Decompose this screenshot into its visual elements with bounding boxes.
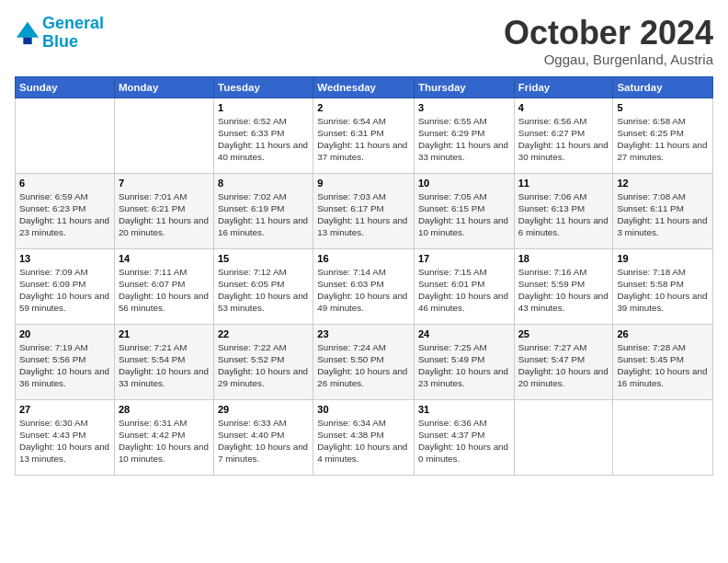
day-number: 7 bbox=[119, 178, 210, 189]
calendar-cell: 21Sunrise: 7:21 AMSunset: 5:54 PMDayligh… bbox=[114, 324, 213, 399]
day-info: Sunrise: 6:54 AMSunset: 6:31 PMDaylight:… bbox=[317, 115, 410, 164]
day-info: Sunrise: 7:15 AMSunset: 6:01 PMDaylight:… bbox=[418, 266, 510, 315]
calendar-cell: 2Sunrise: 6:54 AMSunset: 6:31 PMDaylight… bbox=[313, 98, 415, 173]
weekday-header-row: SundayMondayTuesdayWednesdayThursdayFrid… bbox=[16, 76, 713, 98]
calendar-cell: 19Sunrise: 7:18 AMSunset: 5:58 PMDayligh… bbox=[613, 248, 713, 324]
calendar-cell: 22Sunrise: 7:22 AMSunset: 5:52 PMDayligh… bbox=[214, 324, 313, 399]
weekday-header-tuesday: Tuesday bbox=[214, 76, 313, 98]
logo-text: General Blue bbox=[42, 15, 104, 52]
day-number: 26 bbox=[617, 328, 709, 339]
calendar-cell: 12Sunrise: 7:08 AMSunset: 6:11 PMDayligh… bbox=[613, 173, 713, 248]
calendar-cell: 29Sunrise: 6:33 AMSunset: 4:40 PMDayligh… bbox=[214, 399, 313, 475]
day-number: 9 bbox=[317, 178, 410, 189]
day-info: Sunrise: 7:12 AMSunset: 6:05 PMDaylight:… bbox=[218, 266, 309, 315]
day-number: 28 bbox=[119, 404, 210, 415]
day-info: Sunrise: 6:36 AMSunset: 4:37 PMDaylight:… bbox=[418, 417, 510, 465]
calendar-body: 1Sunrise: 6:52 AMSunset: 6:33 PMDaylight… bbox=[16, 98, 713, 475]
title-block: October 2024 Oggau, Burgenland, Austria bbox=[504, 15, 713, 67]
day-info: Sunrise: 6:33 AMSunset: 4:40 PMDaylight:… bbox=[218, 417, 309, 465]
logo-line2: Blue bbox=[42, 32, 78, 51]
weekday-header-wednesday: Wednesday bbox=[313, 76, 415, 98]
day-number: 15 bbox=[218, 253, 309, 264]
day-info: Sunrise: 7:21 AMSunset: 5:54 PMDaylight:… bbox=[119, 341, 210, 390]
day-info: Sunrise: 6:55 AMSunset: 6:29 PMDaylight:… bbox=[418, 115, 510, 164]
day-info: Sunrise: 7:05 AMSunset: 6:15 PMDaylight:… bbox=[418, 190, 510, 239]
day-info: Sunrise: 6:30 AMSunset: 4:43 PMDaylight:… bbox=[19, 417, 110, 465]
day-number: 13 bbox=[19, 253, 110, 264]
calendar-cell: 20Sunrise: 7:19 AMSunset: 5:56 PMDayligh… bbox=[16, 324, 115, 399]
logo-icon bbox=[15, 20, 40, 46]
week-row-1: 1Sunrise: 6:52 AMSunset: 6:33 PMDaylight… bbox=[16, 98, 713, 173]
day-number: 18 bbox=[518, 253, 609, 264]
weekday-header-sunday: Sunday bbox=[16, 76, 115, 98]
calendar-cell: 28Sunrise: 6:31 AMSunset: 4:42 PMDayligh… bbox=[114, 399, 213, 475]
calendar-cell: 11Sunrise: 7:06 AMSunset: 6:13 PMDayligh… bbox=[514, 173, 613, 248]
calendar-cell: 5Sunrise: 6:58 AMSunset: 6:25 PMDaylight… bbox=[613, 98, 713, 173]
day-number: 29 bbox=[218, 404, 309, 415]
week-row-4: 20Sunrise: 7:19 AMSunset: 5:56 PMDayligh… bbox=[16, 324, 713, 399]
day-info: Sunrise: 7:18 AMSunset: 5:58 PMDaylight:… bbox=[617, 266, 709, 315]
calendar-cell: 25Sunrise: 7:27 AMSunset: 5:47 PMDayligh… bbox=[514, 324, 613, 399]
month-title: October 2024 bbox=[504, 15, 713, 52]
day-info: Sunrise: 7:02 AMSunset: 6:19 PMDaylight:… bbox=[218, 190, 309, 239]
logo-line1: General bbox=[42, 14, 104, 32]
calendar-cell: 10Sunrise: 7:05 AMSunset: 6:15 PMDayligh… bbox=[414, 173, 514, 248]
calendar-cell bbox=[16, 98, 115, 173]
day-info: Sunrise: 7:08 AMSunset: 6:11 PMDaylight:… bbox=[617, 190, 709, 239]
day-number: 16 bbox=[317, 253, 410, 264]
day-number: 23 bbox=[317, 328, 410, 339]
day-info: Sunrise: 6:59 AMSunset: 6:23 PMDaylight:… bbox=[19, 190, 110, 239]
day-info: Sunrise: 7:03 AMSunset: 6:17 PMDaylight:… bbox=[317, 190, 410, 239]
calendar-cell: 4Sunrise: 6:56 AMSunset: 6:27 PMDaylight… bbox=[514, 98, 613, 173]
day-info: Sunrise: 7:14 AMSunset: 6:03 PMDaylight:… bbox=[317, 266, 410, 315]
svg-marker-0 bbox=[17, 22, 39, 38]
day-number: 14 bbox=[119, 253, 210, 264]
calendar-cell: 14Sunrise: 7:11 AMSunset: 6:07 PMDayligh… bbox=[114, 248, 213, 324]
day-number: 6 bbox=[19, 178, 110, 189]
calendar-cell: 31Sunrise: 6:36 AMSunset: 4:37 PMDayligh… bbox=[414, 399, 514, 475]
day-number: 22 bbox=[218, 328, 309, 339]
day-number: 8 bbox=[218, 178, 309, 189]
calendar-table: SundayMondayTuesdayWednesdayThursdayFrid… bbox=[15, 76, 713, 476]
day-info: Sunrise: 7:16 AMSunset: 5:59 PMDaylight:… bbox=[518, 266, 609, 315]
day-info: Sunrise: 7:22 AMSunset: 5:52 PMDaylight:… bbox=[218, 341, 309, 390]
day-info: Sunrise: 7:25 AMSunset: 5:49 PMDaylight:… bbox=[418, 341, 510, 390]
day-info: Sunrise: 6:56 AMSunset: 6:27 PMDaylight:… bbox=[518, 115, 609, 164]
day-number: 25 bbox=[518, 328, 609, 339]
calendar-cell: 18Sunrise: 7:16 AMSunset: 5:59 PMDayligh… bbox=[514, 248, 613, 324]
calendar-cell bbox=[613, 399, 713, 475]
page: General Blue October 2024 Oggau, Burgenl… bbox=[0, 0, 728, 563]
day-info: Sunrise: 7:28 AMSunset: 5:45 PMDaylight:… bbox=[617, 341, 709, 390]
logo: General Blue bbox=[15, 15, 104, 52]
weekday-header-thursday: Thursday bbox=[414, 76, 514, 98]
calendar-cell: 30Sunrise: 6:34 AMSunset: 4:38 PMDayligh… bbox=[313, 399, 415, 475]
calendar-cell: 1Sunrise: 6:52 AMSunset: 6:33 PMDaylight… bbox=[214, 98, 313, 173]
day-info: Sunrise: 7:19 AMSunset: 5:56 PMDaylight:… bbox=[19, 341, 110, 390]
day-info: Sunrise: 6:34 AMSunset: 4:38 PMDaylight:… bbox=[317, 417, 410, 465]
week-row-3: 13Sunrise: 7:09 AMSunset: 6:09 PMDayligh… bbox=[16, 248, 713, 324]
calendar-cell: 24Sunrise: 7:25 AMSunset: 5:49 PMDayligh… bbox=[414, 324, 514, 399]
day-info: Sunrise: 7:09 AMSunset: 6:09 PMDaylight:… bbox=[19, 266, 110, 315]
calendar-cell: 8Sunrise: 7:02 AMSunset: 6:19 PMDaylight… bbox=[214, 173, 313, 248]
day-number: 30 bbox=[317, 404, 410, 415]
calendar-cell: 13Sunrise: 7:09 AMSunset: 6:09 PMDayligh… bbox=[16, 248, 115, 324]
week-row-5: 27Sunrise: 6:30 AMSunset: 4:43 PMDayligh… bbox=[16, 399, 713, 475]
day-number: 3 bbox=[418, 102, 510, 113]
calendar-cell: 23Sunrise: 7:24 AMSunset: 5:50 PMDayligh… bbox=[313, 324, 415, 399]
day-number: 12 bbox=[617, 178, 709, 189]
weekday-header-saturday: Saturday bbox=[613, 76, 713, 98]
header: General Blue October 2024 Oggau, Burgenl… bbox=[15, 15, 713, 67]
day-number: 2 bbox=[317, 102, 410, 113]
calendar-cell: 15Sunrise: 7:12 AMSunset: 6:05 PMDayligh… bbox=[214, 248, 313, 324]
calendar-cell bbox=[514, 399, 613, 475]
calendar-cell bbox=[114, 98, 213, 173]
day-number: 17 bbox=[418, 253, 510, 264]
day-number: 27 bbox=[19, 404, 110, 415]
calendar-cell: 27Sunrise: 6:30 AMSunset: 4:43 PMDayligh… bbox=[16, 399, 115, 475]
day-info: Sunrise: 7:24 AMSunset: 5:50 PMDaylight:… bbox=[317, 341, 410, 390]
day-number: 10 bbox=[418, 178, 510, 189]
day-number: 21 bbox=[119, 328, 210, 339]
day-number: 11 bbox=[518, 178, 609, 189]
day-info: Sunrise: 7:06 AMSunset: 6:13 PMDaylight:… bbox=[518, 190, 609, 239]
calendar-cell: 7Sunrise: 7:01 AMSunset: 6:21 PMDaylight… bbox=[114, 173, 213, 248]
